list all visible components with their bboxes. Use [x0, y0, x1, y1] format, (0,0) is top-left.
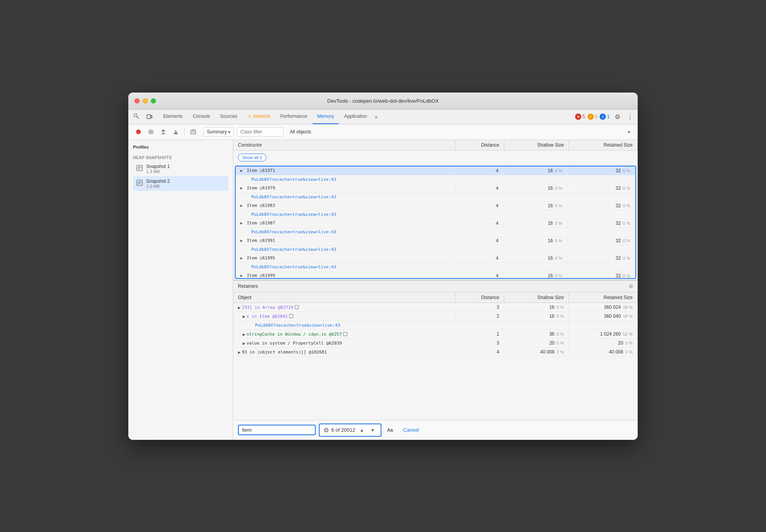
ret-retained-header: Retained Size: [569, 292, 638, 303]
settings-button[interactable]: ⚙: [612, 111, 623, 122]
expand-icon[interactable]: ▶: [243, 341, 245, 345]
minimize-button[interactable]: [143, 98, 148, 103]
expand-icon[interactable]: ▶: [240, 273, 243, 278]
error-badge[interactable]: ✕ 5: [575, 114, 585, 120]
constructor-cell: ▶ Item @61979: [236, 184, 455, 192]
tab-performance[interactable]: Performance: [276, 109, 312, 124]
highlighted-rows-box: ▶ Item @61971 4 16 0 % 32 0 % PoLdb0X?no…: [235, 166, 636, 279]
source-link[interactable]: PoLdb0X?nocache=true&view=live:43: [251, 177, 336, 182]
snapshot-item-1[interactable]: Snapshot 1 1.3 MB: [133, 161, 228, 176]
source-link[interactable]: PoLdb0X?nocache=true&view=live:43: [251, 264, 336, 270]
constructor-cell: ▶ Item @61999: [236, 271, 455, 279]
source-link[interactable]: PoLdb0X?nocache=true&view=live:43: [251, 229, 336, 234]
source-link[interactable]: PoLdb0X?nocache=true&view=live:43: [255, 323, 340, 328]
ret-distance-header: Distance: [456, 292, 504, 303]
link-cell[interactable]: PoLdb0X?nocache=true&view=live:43: [236, 228, 635, 236]
close-button[interactable]: [135, 98, 140, 103]
table-row[interactable]: ▶ Item @61979 4 16 0 % 32 0 %: [236, 184, 635, 192]
tab-memory[interactable]: Memory: [313, 109, 339, 124]
device-toolbar-icon[interactable]: [144, 111, 155, 122]
search-next-button[interactable]: ▼: [368, 426, 377, 434]
list-item[interactable]: ▶93 in (object elements)[] @102681 4 40 …: [233, 347, 638, 356]
search-clear-button[interactable]: [324, 427, 329, 433]
tab-more-button[interactable]: »: [373, 114, 380, 120]
toolbar-separator: [184, 128, 185, 136]
search-input[interactable]: [242, 427, 312, 433]
tab-network[interactable]: ⚠ Network: [243, 109, 275, 124]
table-row: PoLdb0X?nocache=true&view=live:43: [236, 245, 635, 254]
expand-icon[interactable]: ▶: [240, 203, 243, 208]
ret-shallow-header: Shallow Size: [504, 292, 568, 303]
expand-icon[interactable]: ▶: [240, 256, 243, 260]
list-item[interactable]: ▶value in system / PropertyCell @62039 3…: [233, 338, 638, 347]
table-row[interactable]: ▶ Item @61983 4 16 0 % 32 0 %: [236, 201, 635, 210]
list-item[interactable]: ▶[93] in Array @82719 3 16 0 % 360 024 1…: [233, 303, 638, 312]
list-item[interactable]: PoLdb0X?nocache=true&view=live:43: [233, 320, 638, 329]
expand-icon[interactable]: ▶: [240, 221, 243, 225]
tab-elements[interactable]: Elements: [159, 109, 187, 124]
show-all-button[interactable]: Show all 3: [238, 154, 266, 161]
object-name: 93 in (object elements)[] @102681: [242, 350, 327, 355]
expand-icon[interactable]: ▶: [238, 350, 241, 354]
warning-badge[interactable]: ! 6: [588, 114, 598, 120]
expand-icon[interactable]: ▶: [243, 315, 245, 318]
download-button[interactable]: [170, 126, 181, 137]
devtools-window: DevTools - codepen.io/web-dot-dev/live/P…: [128, 93, 638, 440]
link-cell[interactable]: PoLdb0X?nocache=true&view=live:43: [236, 175, 635, 184]
summary-dropdown[interactable]: Summary ▾: [203, 127, 234, 136]
distance-cell: 4: [455, 184, 503, 192]
table-row[interactable]: ▶ Item @61999 4 16 0 % 32 0 %: [236, 271, 635, 279]
table-row[interactable]: ▶ Item @61971 4 16 0 % 32 0 %: [236, 166, 635, 175]
table-row[interactable]: ▶ Item @61991 4 16 0 % 32 0 %: [236, 236, 635, 245]
expand-icon[interactable]: ▶: [243, 332, 245, 336]
match-case-button[interactable]: Aa: [385, 427, 395, 434]
item-name: Item @61971: [247, 168, 275, 173]
link-cell[interactable]: PoLdb0X?nocache=true&view=live:43: [236, 262, 635, 271]
link-cell[interactable]: PoLdb0X?nocache=true&view=live:43: [236, 210, 635, 219]
retained-cell: 32 0 %: [567, 201, 635, 210]
distance-header: Distance: [456, 140, 504, 150]
upload-button[interactable]: [158, 126, 169, 137]
table-row: PoLdb0X?nocache=true&view=live:43: [236, 262, 635, 271]
source-link[interactable]: PoLdb0X?nocache=true&view=live:43: [251, 247, 336, 252]
source-link[interactable]: PoLdb0X?nocache=true&view=live:43: [251, 194, 336, 200]
select-element-icon[interactable]: [131, 111, 142, 122]
highlighted-constructor-table: ▶ Item @61971 4 16 0 % 32 0 % PoLdb0X?no…: [236, 166, 635, 279]
traffic-lights: [135, 98, 156, 103]
expand-icon[interactable]: ▶: [240, 238, 243, 243]
list-item[interactable]: ▶x in Item @62041 2 16 0 % 360 040 18 %: [233, 312, 638, 320]
maximize-button[interactable]: [151, 98, 156, 103]
source-link[interactable]: PoLdb0X?nocache=true&view=live:43: [251, 212, 336, 217]
svg-rect-1: [147, 115, 150, 119]
table-row[interactable]: ▶ Item @61995 4 16 0 % 32 0 %: [236, 254, 635, 262]
object-name: stringCache in Window / cdpn.io @6257: [247, 332, 342, 337]
all-objects-dropdown[interactable]: All objects ▾: [287, 128, 633, 136]
expand-icon[interactable]: ▶: [238, 306, 241, 310]
delete-button[interactable]: [188, 126, 199, 137]
info-badge[interactable]: i 1: [600, 114, 610, 120]
list-item[interactable]: ▶stringCache in Window / cdpn.io @6257 1…: [233, 329, 638, 338]
stop-button[interactable]: [145, 126, 156, 137]
expand-icon[interactable]: ▶: [240, 186, 243, 190]
box-indicator: [289, 314, 293, 318]
more-options-button[interactable]: ⋮: [625, 111, 635, 122]
distance-cell: 4: [455, 236, 503, 245]
link-cell[interactable]: PoLdb0X?nocache=true&view=live:43: [236, 245, 635, 254]
tab-application[interactable]: Application: [339, 109, 372, 124]
constructor-table: Constructor Distance Shallow Size Retain…: [233, 140, 638, 165]
search-prev-button[interactable]: ▲: [357, 426, 366, 434]
ret-distance-cell: 1: [456, 329, 504, 338]
class-filter-input[interactable]: [237, 127, 283, 136]
table-area: Constructor Distance Shallow Size Retain…: [233, 140, 638, 440]
object-cell: ▶value in system / PropertyCell @62039: [233, 338, 456, 347]
table-row[interactable]: ▶ Item @61987 4 16 0 % 32 0 %: [236, 219, 635, 228]
search-count-text: 6 of 20012: [331, 427, 355, 433]
link-cell[interactable]: PoLdb0X?nocache=true&view=live:43: [236, 192, 635, 201]
tab-sources[interactable]: Sources: [215, 109, 242, 124]
search-cancel-button[interactable]: Cancel: [399, 425, 423, 434]
snapshot-item-2[interactable]: Snapshot 2 2.0 MB: [133, 176, 228, 191]
tab-console[interactable]: Console: [188, 109, 215, 124]
expand-icon[interactable]: ▶: [240, 168, 243, 173]
record-button[interactable]: [133, 126, 144, 137]
distance-cell: 4: [455, 254, 503, 262]
